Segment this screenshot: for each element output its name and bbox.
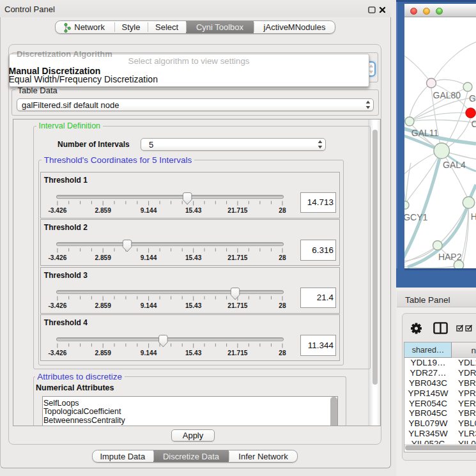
- svg-text:CD: CD: [472, 119, 476, 129]
- svg-text:-3.426: -3.426: [48, 349, 66, 357]
- svg-text:GAL80: GAL80: [433, 90, 461, 100]
- svg-text:-3.426: -3.426: [48, 302, 66, 309]
- svg-text:21.715: 21.715: [227, 207, 247, 214]
- svg-text:28: 28: [279, 349, 286, 357]
- svg-text:9.144: 9.144: [141, 207, 157, 214]
- svg-text:9.144: 9.144: [141, 349, 157, 357]
- svg-text:15.43: 15.43: [185, 254, 202, 261]
- svg-text:-3.426: -3.426: [48, 207, 66, 214]
- svg-text:GCY1: GCY1: [404, 212, 428, 222]
- svg-text:2.859: 2.859: [95, 349, 111, 357]
- svg-text:28: 28: [279, 254, 286, 261]
- svg-text:2.859: 2.859: [95, 207, 111, 214]
- svg-text:HA: HA: [471, 211, 476, 222]
- svg-text:2.859: 2.859: [95, 302, 111, 309]
- svg-text:2.859: 2.859: [95, 254, 111, 261]
- svg-text:GA: GA: [469, 93, 476, 104]
- svg-text:15.43: 15.43: [185, 302, 202, 309]
- svg-text:9.144: 9.144: [141, 302, 157, 309]
- svg-text:9.144: 9.144: [141, 254, 157, 261]
- svg-text:28: 28: [279, 207, 286, 214]
- svg-text:28: 28: [279, 302, 286, 309]
- svg-text:21.715: 21.715: [227, 349, 247, 357]
- svg-text:GAL11: GAL11: [411, 128, 439, 138]
- svg-text:21.715: 21.715: [227, 302, 247, 309]
- svg-text:15.43: 15.43: [185, 349, 202, 357]
- svg-text:15.43: 15.43: [185, 207, 202, 214]
- svg-text:-3.426: -3.426: [48, 254, 66, 261]
- svg-text:GAL4: GAL4: [443, 160, 466, 170]
- svg-text:HAP2: HAP2: [438, 252, 462, 262]
- svg-text:21.715: 21.715: [227, 254, 247, 261]
